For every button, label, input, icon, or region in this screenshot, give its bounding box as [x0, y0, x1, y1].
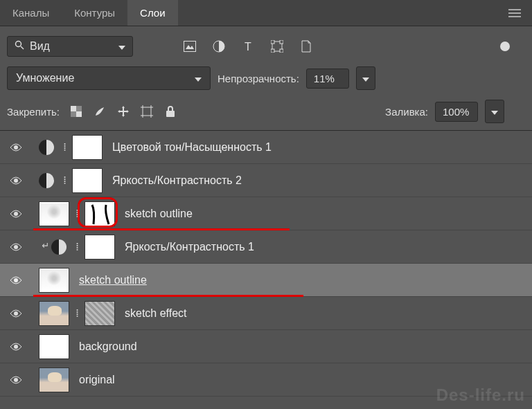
layer-thumbnail[interactable]	[39, 201, 69, 226]
svg-point-30	[14, 311, 18, 316]
svg-point-29	[14, 278, 18, 282]
filter-kind-label: Вид	[30, 40, 50, 53]
svg-rect-9	[271, 49, 274, 53]
blend-mode-dropdown[interactable]: Умножение	[7, 66, 211, 90]
svg-rect-10	[280, 49, 283, 53]
filter-pixel-icon[interactable]	[183, 39, 197, 53]
opacity-chevron[interactable]	[356, 66, 375, 90]
lock-transparency-icon[interactable]	[69, 104, 83, 118]
lock-all-icon[interactable]	[163, 104, 177, 118]
svg-rect-12	[76, 111, 82, 117]
layer-thumbnail[interactable]	[39, 334, 69, 359]
search-icon	[15, 40, 24, 53]
svg-rect-11	[71, 106, 76, 111]
svg-rect-13	[76, 106, 82, 111]
clip-arrow-icon: ↴	[40, 241, 51, 253]
lock-artboard-icon[interactable]	[140, 104, 154, 118]
visibility-toggle[interactable]	[6, 143, 26, 152]
svg-rect-2	[184, 42, 196, 52]
adjustment-icon	[39, 173, 54, 188]
lock-fill-bar: Закрепить: Заливка: 100%	[0, 97, 532, 131]
layer-name[interactable]: original	[79, 374, 115, 386]
filter-adjust-icon[interactable]	[212, 39, 226, 53]
layer-name[interactable]: sketch outline	[79, 274, 147, 287]
mask-thumbnail[interactable]	[85, 201, 115, 226]
blend-mode-value: Умножение	[16, 72, 74, 84]
svg-rect-14	[71, 111, 76, 117]
svg-point-25	[14, 145, 18, 149]
blend-opacity-bar: Умножение Непрозрачность: 11%	[0, 62, 532, 97]
filter-type-icon[interactable]: T	[241, 39, 255, 53]
tab-paths[interactable]: Контуры	[62, 0, 127, 26]
svg-text:T: T	[245, 41, 251, 52]
svg-point-31	[14, 345, 18, 349]
layer-row[interactable]: ↴ ⁞ Яркость/Контрастность 1	[0, 230, 532, 264]
mask-thumbnail[interactable]	[85, 301, 115, 326]
layer-name[interactable]: Яркость/Контрастность 1	[125, 241, 254, 253]
opacity-input[interactable]: 11%	[306, 69, 349, 89]
lock-brush-icon[interactable]	[93, 104, 107, 118]
layer-name[interactable]: sketch effect	[125, 307, 187, 320]
svg-line-1	[21, 46, 24, 49]
lock-move-icon[interactable]	[116, 104, 130, 118]
mask-thumbnail[interactable]	[72, 135, 103, 160]
mask-link-icon[interactable]: ⁞	[60, 140, 69, 154]
svg-rect-7	[271, 40, 274, 44]
svg-point-32	[14, 378, 18, 382]
mask-link-icon[interactable]: ⁞	[60, 174, 69, 187]
svg-point-26	[14, 179, 18, 183]
layer-name[interactable]: Яркость/Контрастность 2	[112, 174, 242, 187]
layer-row[interactable]: ⁞ sketch outline	[0, 197, 532, 230]
filter-toggle[interactable]	[497, 39, 513, 54]
mask-link-icon[interactable]: ⁞	[72, 207, 82, 220]
mask-link-icon[interactable]: ⁞	[72, 307, 82, 320]
visibility-toggle[interactable]	[6, 176, 26, 185]
layer-row[interactable]: ⁞ sketch effect	[0, 297, 532, 330]
svg-point-28	[14, 245, 18, 249]
adjustment-icon	[39, 140, 54, 155]
tab-layers[interactable]: Слои	[127, 0, 177, 26]
mask-link-icon[interactable]: ⁞	[72, 240, 82, 253]
layer-row[interactable]: ⁞ Цветовой тон/Насыщенность 1	[0, 131, 532, 164]
visibility-toggle[interactable]	[6, 209, 26, 219]
tab-channels[interactable]: Каналы	[0, 0, 62, 26]
fill-input[interactable]: 100%	[435, 102, 478, 122]
svg-rect-15	[143, 107, 151, 116]
filter-smart-icon[interactable]	[299, 39, 313, 53]
fill-label: Заливка:	[385, 106, 428, 118]
layer-filter-bar: Вид T	[0, 26, 532, 62]
watermark: Des-life.ru	[436, 385, 525, 405]
layers-list: ⁞ Цветовой тон/Насыщенность 1 ⁞ Яркость/…	[0, 131, 532, 397]
svg-point-27	[14, 212, 18, 216]
filter-shape-icon[interactable]	[270, 39, 284, 53]
visibility-toggle[interactable]	[6, 309, 26, 318]
layer-thumbnail[interactable]	[39, 367, 69, 392]
svg-rect-24	[166, 111, 175, 117]
layer-name[interactable]: sketch outline	[125, 208, 193, 220]
visibility-toggle[interactable]	[6, 242, 26, 252]
panel-menu-icon[interactable]	[497, 0, 532, 26]
layer-thumbnail[interactable]	[39, 301, 69, 326]
mask-thumbnail[interactable]	[85, 235, 115, 260]
layer-row[interactable]: sketch outline	[0, 264, 532, 297]
svg-point-0	[16, 42, 21, 47]
mask-thumbnail[interactable]	[72, 168, 103, 193]
panel-tabs: Каналы Контуры Слои	[0, 0, 532, 26]
chevron-down-icon	[195, 72, 202, 84]
svg-rect-8	[280, 40, 283, 44]
layer-name[interactable]: Цветовой тон/Насыщенность 1	[112, 141, 272, 154]
visibility-toggle[interactable]	[6, 275, 26, 285]
visibility-toggle[interactable]	[6, 342, 26, 352]
lock-label: Закрепить:	[7, 106, 60, 118]
adjustment-icon	[51, 239, 66, 255]
layer-row[interactable]: background	[0, 330, 532, 363]
layer-name[interactable]: background	[79, 340, 137, 353]
svg-marker-3	[186, 45, 194, 49]
visibility-toggle[interactable]	[6, 375, 26, 385]
filter-kind-dropdown[interactable]: Вид	[7, 36, 133, 57]
fill-chevron[interactable]	[485, 100, 504, 123]
chevron-down-icon	[118, 40, 125, 53]
opacity-label: Непрозрачность:	[218, 73, 299, 84]
layer-row[interactable]: ⁞ Яркость/Контрастность 2	[0, 164, 532, 197]
layer-thumbnail[interactable]	[39, 268, 69, 293]
